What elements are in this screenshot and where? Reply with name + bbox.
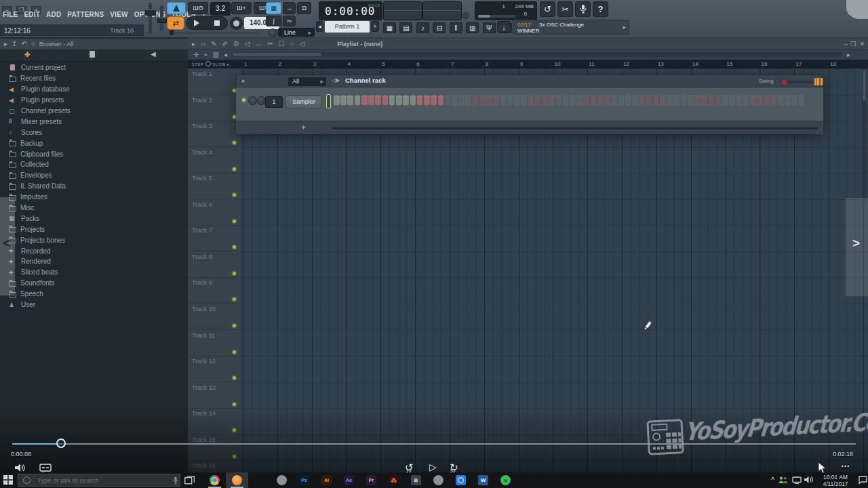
- channel-button[interactable]: Sampler: [285, 96, 322, 108]
- step-cell[interactable]: [653, 96, 659, 106]
- step-cell[interactable]: [715, 96, 722, 106]
- step-cell[interactable]: [570, 96, 576, 106]
- track-led-icon[interactable]: [233, 193, 236, 197]
- vscroll-thumb[interactable]: [863, 70, 866, 101]
- browser-item[interactable]: IL Shared Data: [0, 181, 188, 192]
- tray-network-icon[interactable]: [792, 476, 802, 484]
- master-volume-slider[interactable]: [149, 3, 152, 34]
- step-cell[interactable]: [347, 96, 353, 106]
- hscroll-thumb[interactable]: [233, 53, 321, 56]
- metronome-button[interactable]: [167, 2, 186, 14]
- browser-item[interactable]: Scores: [0, 127, 188, 138]
- step-cell[interactable]: [368, 96, 374, 106]
- browser-undo-icon[interactable]: ↶: [21, 39, 26, 49]
- browser-item[interactable]: Recorded: [0, 245, 188, 256]
- browser-item[interactable]: Projects: [0, 224, 188, 235]
- step-cell[interactable]: [479, 96, 486, 106]
- step-cell[interactable]: [493, 96, 499, 106]
- add-channel-button[interactable]: +: [301, 123, 306, 132]
- word-taskbar-button[interactable]: W: [472, 472, 494, 488]
- step-cell[interactable]: [576, 96, 583, 106]
- step-cell[interactable]: [403, 96, 409, 106]
- record-button[interactable]: [230, 17, 243, 30]
- step-cell[interactable]: [507, 96, 513, 106]
- tray-clock[interactable]: 10:01 AM 4/11/2017: [812, 474, 859, 487]
- step-cell[interactable]: [528, 96, 534, 106]
- step-cell[interactable]: [438, 96, 444, 106]
- track-header[interactable]: Track 7: [188, 225, 241, 251]
- track-led-icon[interactable]: [233, 220, 236, 223]
- browser-item[interactable]: Rendered: [0, 256, 188, 267]
- select-tool-icon[interactable]: ☐: [279, 39, 285, 49]
- track-header[interactable]: Track 2: [188, 95, 241, 121]
- graph-editor-icon[interactable]: [814, 78, 823, 85]
- track-led-icon[interactable]: [233, 272, 236, 275]
- step-slide-control[interactable]: STEP SLIDE ▸: [192, 61, 229, 66]
- explorer-taskbar-button[interactable]: [248, 472, 271, 488]
- step-cell[interactable]: [424, 96, 430, 106]
- browser-item[interactable]: Backup: [0, 138, 188, 148]
- ai-taskbar-button[interactable]: Ai: [315, 472, 338, 488]
- zoom-tool-icon[interactable]: ○: [290, 39, 294, 49]
- seek-handle[interactable]: [56, 439, 66, 448]
- link-button[interactable]: ∾: [283, 16, 296, 26]
- step-cell[interactable]: [465, 96, 471, 106]
- scroll-right-icon[interactable]: ▸: [847, 50, 850, 60]
- rack-hscrollbar[interactable]: [332, 127, 818, 129]
- step-cell[interactable]: [431, 96, 437, 106]
- step-cell[interactable]: [604, 96, 610, 106]
- step-cell[interactable]: [591, 96, 597, 106]
- master-volume-handle[interactable]: [145, 9, 156, 16]
- download-button[interactable]: ↓: [497, 21, 511, 33]
- captions-button[interactable]: [39, 464, 52, 473]
- pr-taskbar-button[interactable]: Pr: [360, 472, 382, 488]
- task-view-button[interactable]: [184, 476, 195, 485]
- browser-item[interactable]: Impulses: [0, 192, 188, 203]
- step-cell[interactable]: [757, 96, 763, 106]
- blend-notes-button[interactable]: →: [283, 2, 296, 14]
- step-cell[interactable]: [799, 96, 805, 106]
- step-cell[interactable]: [722, 96, 728, 106]
- browser-item[interactable]: Soundfonts: [0, 278, 188, 289]
- track-header[interactable]: Track 6: [188, 199, 241, 226]
- mute-tool-icon[interactable]: ◁: [244, 39, 250, 49]
- track-led-icon[interactable]: [233, 376, 236, 380]
- ae-taskbar-button[interactable]: Ae: [338, 472, 360, 488]
- toggle-browser-button[interactable]: ⊟: [433, 22, 446, 33]
- track-led-icon[interactable]: [233, 455, 236, 458]
- step-cell[interactable]: [618, 96, 625, 106]
- step-cell[interactable]: [514, 96, 520, 106]
- track-header[interactable]: Track 4: [188, 147, 241, 174]
- track-header[interactable]: Track 12: [188, 356, 241, 382]
- draw-tool-icon[interactable]: ✎: [211, 39, 216, 49]
- playlist-hscrollbar[interactable]: [232, 52, 842, 57]
- undo-button[interactable]: ↺: [540, 1, 555, 17]
- gray-taskbar-button[interactable]: [427, 472, 450, 488]
- step-cell[interactable]: [673, 96, 679, 106]
- browser-item[interactable]: Collected: [0, 159, 188, 170]
- start-button[interactable]: [3, 475, 13, 485]
- step-cell[interactable]: [389, 96, 395, 106]
- browser-item[interactable]: Channel presets: [0, 106, 188, 117]
- step-cell[interactable]: [694, 96, 701, 106]
- track-header[interactable]: Track 9: [188, 277, 241, 304]
- track-led-icon[interactable]: [233, 403, 236, 406]
- pattern-next-button[interactable]: +: [371, 21, 379, 32]
- calc-taskbar-button[interactable]: ⊞: [405, 472, 427, 488]
- step-cell[interactable]: [375, 96, 381, 106]
- browser-item[interactable]: Sliced beats: [0, 267, 188, 278]
- step-cell[interactable]: [556, 96, 562, 106]
- browser-item[interactable]: Packs: [0, 213, 188, 224]
- action-center-button[interactable]: [859, 476, 867, 484]
- step-cell[interactable]: [729, 96, 735, 106]
- playlist-menu-icon[interactable]: ▸: [192, 39, 195, 49]
- pattern-prev-button[interactable]: ◂: [316, 21, 323, 32]
- playlist-minimize-button[interactable]: ‒: [844, 41, 848, 47]
- resolve-taskbar-button[interactable]: ⁂: [382, 472, 405, 488]
- toggle-mixer-button[interactable]: ‖: [450, 22, 462, 33]
- browser-item[interactable]: Plugin presets: [0, 95, 188, 106]
- scroll-left-icon[interactable]: ◂: [224, 50, 227, 60]
- step-cell[interactable]: [473, 96, 479, 106]
- track-header[interactable]: Track 11: [188, 330, 241, 357]
- channel-rack-titlebar[interactable]: ▸ All ▸ ◁▶ Channel rack Swing: [236, 75, 823, 87]
